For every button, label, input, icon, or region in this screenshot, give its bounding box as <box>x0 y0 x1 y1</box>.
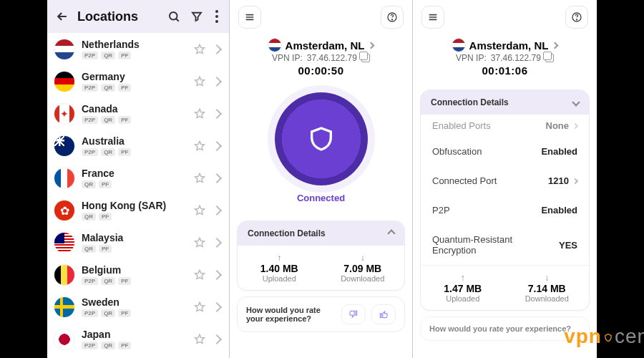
location-row[interactable]: JapanP2PQRPF <box>47 323 229 355</box>
connection-status: Connected <box>297 193 345 203</box>
thumbs-up-button[interactable] <box>371 304 396 324</box>
location-row[interactable]: ✿Hong Kong (SAR)QRPF <box>47 194 229 226</box>
detail-key: Connected Port <box>432 175 497 186</box>
location-row[interactable]: MalaysiaQRPF <box>47 226 229 258</box>
locations-list[interactable]: NetherlandsP2PQRPFGermanyP2PQRPF✦CanadaP… <box>47 33 229 355</box>
location-name: Canada <box>82 103 193 115</box>
star-icon <box>193 204 206 217</box>
search-button[interactable] <box>166 9 182 24</box>
back-button[interactable] <box>54 9 70 24</box>
thumbs-down-icon <box>348 309 358 319</box>
thumbs-down-button[interactable] <box>341 304 366 324</box>
favorite-button[interactable] <box>193 107 206 120</box>
favorite-button[interactable] <box>193 75 206 88</box>
server-row[interactable]: Amsterdam, NL <box>452 39 558 52</box>
connect-toggle-button[interactable] <box>275 92 368 185</box>
location-name: Sweden <box>82 296 193 308</box>
favorite-button[interactable] <box>193 172 206 185</box>
help-button[interactable] <box>565 6 588 29</box>
location-name: Hong Kong (SAR) <box>82 200 193 211</box>
location-name: Australia <box>82 135 193 147</box>
location-row[interactable]: GermanyP2PQRPF <box>47 65 229 97</box>
location-tags: P2PQRPF <box>82 309 193 317</box>
favorite-button[interactable] <box>193 204 206 217</box>
server-row[interactable]: Amsterdam, NL <box>268 39 374 52</box>
detail-row-enabled-ports[interactable]: Enabled Ports None <box>421 115 589 137</box>
favorite-button[interactable] <box>193 268 206 281</box>
svg-point-2 <box>215 15 218 18</box>
detail-key: Enabled Ports <box>432 120 491 131</box>
location-name: Germany <box>82 71 193 82</box>
tag: PF <box>118 342 131 349</box>
rating-question: How would you rate your experience? <box>246 306 336 323</box>
star-icon <box>193 268 206 281</box>
flag-icon <box>452 39 465 52</box>
tag: PF <box>99 180 112 188</box>
location-row[interactable]: NetherlandsP2PQRPF <box>47 33 229 65</box>
location-tags: QRPF <box>82 213 193 221</box>
location-tags: P2PQRPF <box>82 148 193 156</box>
flag-icon <box>268 39 281 52</box>
tag: PF <box>118 309 131 317</box>
chevron-right-icon <box>552 42 559 49</box>
location-row[interactable]: ✦CanadaP2PQRPF <box>47 97 229 130</box>
download-icon: ↓ <box>324 253 402 263</box>
tag: QR <box>101 116 115 124</box>
ip-label: VPN IP: <box>272 53 303 63</box>
more-vertical-icon <box>215 10 218 23</box>
svg-point-3 <box>215 20 218 23</box>
chevron-right-icon <box>212 237 222 247</box>
detail-row-connected-port[interactable]: Connected Port 1210 <box>421 166 589 195</box>
copy-ip-button[interactable] <box>361 54 370 62</box>
detail-value: 1210 <box>548 175 569 186</box>
filter-button[interactable] <box>189 9 205 24</box>
star-icon <box>193 75 206 88</box>
arrow-left-icon <box>55 9 69 24</box>
details-screen: Amsterdam, NL VPN IP: 37.46.122.79 00:01… <box>412 0 597 358</box>
connection-details-header[interactable]: Connection Details <box>238 221 404 246</box>
location-row[interactable]: FranceQRPF <box>47 162 229 194</box>
favorite-button[interactable] <box>193 43 206 56</box>
detail-value: Enabled <box>541 146 577 157</box>
menu-button[interactable] <box>238 6 261 29</box>
tag: QR <box>82 213 96 221</box>
download-icon: ↓ <box>508 273 587 283</box>
help-button[interactable] <box>381 6 404 29</box>
location-name: Netherlands <box>82 39 193 50</box>
connection-details-header[interactable]: Connection Details <box>421 90 589 115</box>
locations-screen: Locations NetherlandsP2PQRPFGermanyP2PQR… <box>47 0 229 358</box>
more-button[interactable] <box>212 9 222 24</box>
tag: QR <box>101 309 115 317</box>
ip-row: VPN IP: 37.46.122.79 <box>272 53 370 63</box>
favorite-button[interactable] <box>193 140 206 153</box>
flag-icon <box>54 329 74 349</box>
downloaded-value: 7.09 MB <box>324 263 402 274</box>
chevron-right-icon <box>572 122 578 128</box>
copy-ip-button[interactable] <box>545 54 554 62</box>
menu-button[interactable] <box>421 6 444 29</box>
flag-icon: ✿ <box>54 200 74 221</box>
favorite-button[interactable] <box>193 333 206 346</box>
tag: PF <box>118 277 131 285</box>
svg-point-0 <box>170 12 177 20</box>
server-name: Amsterdam, NL <box>469 39 549 52</box>
location-row[interactable]: BelgiumP2PQRPF <box>47 258 229 291</box>
topbar <box>413 0 597 34</box>
location-row[interactable]: SwedenP2PQRPF <box>47 291 229 323</box>
uploaded-value: 1.47 MB <box>424 283 502 294</box>
rating-question: How would you rate your experience? <box>429 324 580 333</box>
ip-row: VPN IP: 37.46.122.79 <box>456 53 554 63</box>
favorite-button[interactable] <box>193 236 206 249</box>
connection-details-card: Connection Details Enabled Ports None Ob… <box>420 90 590 311</box>
help-icon <box>571 11 582 23</box>
detail-row-p2p: P2P Enabled <box>421 195 589 225</box>
tag: QR <box>101 277 115 285</box>
location-name: Malaysia <box>82 232 193 243</box>
tag: QR <box>82 180 96 188</box>
chevron-right-icon <box>212 44 222 54</box>
details-title: Connection Details <box>248 228 326 238</box>
favorite-button[interactable] <box>193 301 206 314</box>
location-row[interactable]: AustraliaP2PQRPF <box>47 130 229 162</box>
tag: P2P <box>82 342 98 349</box>
tag: PF <box>118 52 131 59</box>
